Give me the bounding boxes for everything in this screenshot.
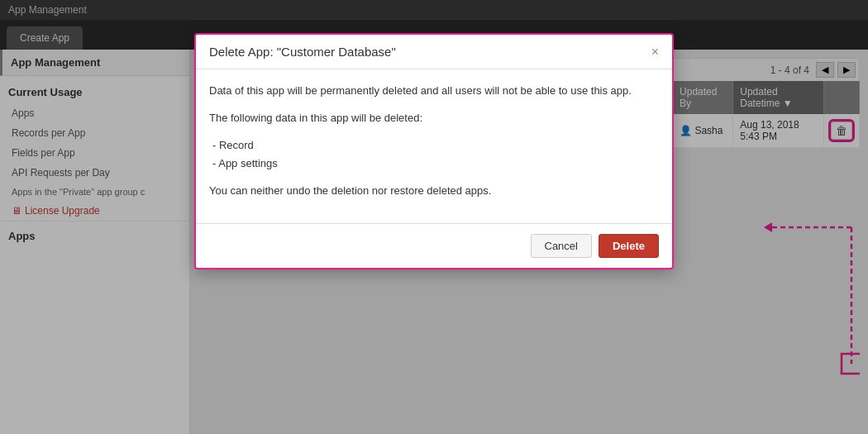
modal-title: Delete App: "Customer Database" (209, 45, 396, 59)
cancel-button[interactable]: Cancel (531, 234, 592, 258)
modal-warning-text: Data of this app will be permanently del… (209, 83, 659, 100)
modal-undo-warning: You can neither undo the deletion nor re… (209, 183, 659, 200)
modal-deleted-data-header: The following data in this app will be d… (209, 110, 659, 127)
modal-close-button[interactable]: × (651, 45, 659, 59)
modal-list-item-settings: - App settings (209, 155, 659, 173)
delete-modal: Delete App: "Customer Database" × Data o… (194, 33, 674, 269)
modal-overlay: Delete App: "Customer Database" × Data o… (0, 0, 868, 434)
delete-confirm-button[interactable]: Delete (599, 234, 659, 258)
modal-footer: Cancel Delete (196, 223, 672, 268)
modal-list-item-record: - Record (209, 137, 659, 155)
modal-body: Data of this app will be permanently del… (196, 69, 672, 223)
modal-header: Delete App: "Customer Database" × (196, 35, 672, 69)
